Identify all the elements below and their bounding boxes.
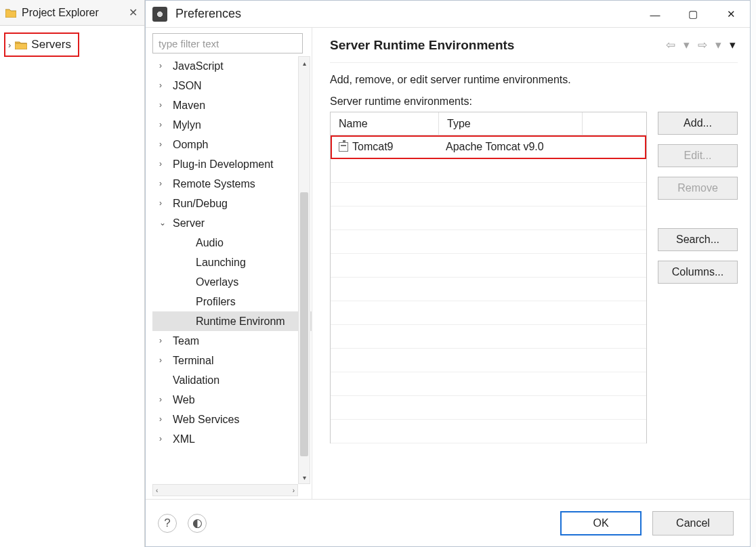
tree-item-label: Team [173,331,199,351]
chevron-right-icon: › [159,115,169,135]
chevron-right-icon: › [159,331,169,351]
tree-item-label: Terminal [173,351,213,370]
explorer-close-icon[interactable]: ✕ [129,6,138,19]
table-row-empty [331,325,646,349]
tree-wrap: ›JavaScript›JSON›Maven›Mylyn›Oomph›Plug-… [152,56,312,484]
import-export-button[interactable]: ◐ [188,514,207,533]
table-row-empty [331,230,646,254]
ok-button[interactable]: OK [560,511,642,535]
explorer-body: › Servers [0,26,144,64]
tree-item-remote-systems[interactable]: ›Remote Systems [152,174,312,194]
scroll-down-arrow-icon[interactable]: ▾ [299,471,310,483]
maximize-button[interactable]: ▢ [674,1,712,28]
tree-item-web[interactable]: ›Web [152,390,312,410]
preferences-tree[interactable]: ›JavaScript›JSON›Maven›Mylyn›Oomph›Plug-… [152,56,312,484]
content-header: Server Runtime Environments ⇦ ▾ ⇨ ▾ ▾ [330,37,738,63]
tree-item-plug-in-development[interactable]: ›Plug-in Development [152,154,312,174]
tree-item-label: Launching [196,253,246,272]
filter-text-input[interactable] [152,33,303,53]
cell-type: Apache Tomcat v9.0 [439,141,583,153]
tree-item-xml[interactable]: ›XML [152,429,312,449]
remove-button[interactable]: Remove [658,177,738,200]
search-button[interactable]: Search... [658,228,738,251]
project-explorer-pane: Project Explorer ✕ › Servers [0,0,145,547]
table-row-empty [331,278,646,301]
table-header: Name Type [331,112,646,135]
explorer-title: Project Explorer [22,7,99,19]
eclipse-app-icon [152,7,167,22]
column-header-extra[interactable] [583,112,646,135]
tree-item-javascript[interactable]: ›JavaScript [152,56,312,76]
close-button[interactable]: ✕ [712,1,750,28]
table-row-empty [331,254,646,278]
tree-item-profilers[interactable]: Profilers [152,292,312,311]
cancel-button[interactable]: Cancel [652,511,734,535]
tree-item-label: Mylyn [173,115,201,135]
tree-item-json[interactable]: ›JSON [152,76,312,95]
tree-item-overlays[interactable]: Overlays [152,272,312,292]
menu-dropdown-icon[interactable]: ▾ [728,37,738,53]
table-row-empty [331,420,646,443]
tree-item-team[interactable]: ›Team [152,331,312,351]
tree-item-label: Plug-in Development [173,154,274,174]
chevron-right-icon: › [159,135,169,154]
column-header-type[interactable]: Type [439,112,583,135]
scroll-up-arrow-icon[interactable]: ▴ [299,57,310,69]
forward-arrow-icon[interactable]: ⇨ [696,37,709,53]
back-dropdown-icon[interactable]: ▾ [681,37,692,53]
scroll-right-arrow-icon[interactable]: › [293,487,295,494]
tree-item-label: Maven [173,95,205,115]
tree-item-oomph[interactable]: ›Oomph [152,135,312,154]
scroll-left-arrow-icon[interactable]: ‹ [156,487,158,494]
chevron-right-icon: › [159,390,169,410]
scroll-thumb[interactable] [300,192,308,456]
tree-item-audio[interactable]: Audio [152,233,312,253]
tree-item-runtime-environm[interactable]: Runtime Environm [152,311,312,331]
dialog-footer: ? ◐ OK Cancel [146,499,750,546]
tree-item-server[interactable]: ⌄Server [152,213,312,233]
tree-item-maven[interactable]: ›Maven [152,95,312,115]
dialog-titlebar[interactable]: Preferences — ▢ ✕ [146,1,750,28]
table-row-empty [331,206,646,230]
explorer-header: Project Explorer ✕ [0,0,144,26]
tree-item-label: Web [173,390,195,410]
table-body: Tomcat9Apache Tomcat v9.0 [331,135,646,444]
table-area: Name Type Tomcat9Apache Tomcat v9.0 Add.… [330,112,738,443]
tree-item-web-services[interactable]: ›Web Services [152,410,312,429]
dialog-title: Preferences [175,7,241,21]
tree-item-run-debug[interactable]: ›Run/Debug [152,194,312,213]
edit-button[interactable]: Edit... [658,144,738,167]
help-button[interactable]: ? [158,514,177,533]
content-nav-icons: ⇦ ▾ ⇨ ▾ ▾ [664,37,738,53]
server-icon [339,142,348,152]
table-row-empty [331,349,646,372]
tree-horizontal-scrollbar[interactable]: ‹ › [152,484,298,496]
columns-button[interactable]: Columns... [658,261,738,284]
tree-item-label: Remote Systems [173,174,255,194]
column-header-name[interactable]: Name [331,112,439,135]
side-buttons: Add... Edit... Remove Search... Columns.… [658,112,738,443]
add-button[interactable]: Add... [658,112,738,135]
chevron-right-icon: › [159,154,169,174]
tree-item-label: Profilers [196,292,236,311]
tree-item-launching[interactable]: Launching [152,253,312,272]
chevron-right-icon: › [159,410,169,429]
minimize-button[interactable]: — [636,1,674,28]
forward-dropdown-icon[interactable]: ▾ [713,37,723,53]
tree-item-label: Oomph [173,135,208,154]
window-controls: — ▢ ✕ [636,1,750,27]
runtime-environments-table[interactable]: Name Type Tomcat9Apache Tomcat v9.0 [330,112,647,443]
chevron-right-icon: › [159,174,169,194]
tree-item-label: JSON [173,76,202,95]
tree-item-label: Server [173,213,205,233]
tree-item-mylyn[interactable]: ›Mylyn [152,115,312,135]
preferences-tree-pane: ›JavaScript›JSON›Maven›Mylyn›Oomph›Plug-… [146,28,312,499]
tree-vertical-scrollbar[interactable]: ▴ ▾ [298,56,310,484]
tree-item-label: Run/Debug [173,194,228,213]
table-row-empty [331,396,646,420]
servers-tree-node[interactable]: › Servers [4,32,79,57]
tree-item-terminal[interactable]: ›Terminal [152,351,312,370]
table-row[interactable]: Tomcat9Apache Tomcat v9.0 [331,135,646,159]
back-arrow-icon[interactable]: ⇦ [664,37,677,53]
tree-item-validation[interactable]: Validation [152,370,312,390]
